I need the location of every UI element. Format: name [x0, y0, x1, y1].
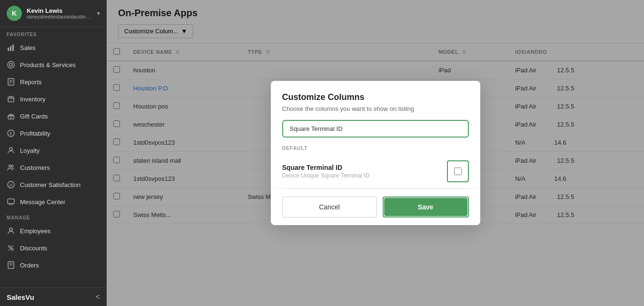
column-item-description: Device Unique Square Terminal ID	[282, 172, 447, 179]
sidebar-item-label: Loyalty	[20, 147, 40, 154]
sidebar-item-label: Orders	[20, 262, 39, 269]
svg-point-23	[9, 246, 10, 247]
svg-point-22	[10, 228, 12, 231]
save-button[interactable]: Save	[384, 198, 467, 216]
sidebar-item-label: Sales	[20, 44, 36, 51]
sidebar-item-label: Customer Satisfaction	[20, 181, 80, 188]
sidebar: K Kevin Lewis raineystreetrestaurantaust…	[0, 0, 107, 306]
svg-point-4	[10, 63, 12, 66]
sidebar-item-loyalty[interactable]: Loyalty	[0, 142, 107, 159]
user-menu-chevron: ▾	[97, 10, 100, 17]
sidebar-item-customers[interactable]: Customers	[0, 159, 107, 176]
sidebar-item-label: Customers	[20, 164, 50, 171]
search-wrapper	[282, 120, 469, 138]
main-content: On-Premise Apps Customize Colum... ▼ DEV…	[107, 0, 644, 306]
sidebar-item-label: Products & Services	[20, 61, 76, 69]
column-item-name: Square Terminal ID	[282, 164, 447, 171]
column-checkbox-wrapper[interactable]	[447, 160, 469, 182]
message-icon	[7, 197, 15, 206]
sidebar-item-sales[interactable]: Sales	[0, 39, 107, 56]
chart-icon	[7, 43, 15, 52]
tag-icon	[7, 60, 15, 69]
box-icon	[7, 95, 15, 103]
modal-overlay: Customize Columns Choose the columns you…	[107, 0, 644, 306]
user-name: Kevin Lewis	[27, 7, 92, 14]
sidebar-item-label: Reports	[20, 79, 42, 86]
sidebar-item-inventory[interactable]: Inventory	[0, 90, 107, 108]
svg-point-24	[11, 248, 13, 250]
svg-rect-21	[8, 199, 14, 204]
favorites-section-label: FAVORITES	[0, 27, 107, 39]
customers-icon	[7, 163, 15, 172]
report-icon	[7, 78, 15, 86]
svg-point-19	[10, 184, 10, 185]
customize-columns-modal: Customize Columns Choose the columns you…	[271, 81, 480, 225]
sidebar-item-customer-satisfaction[interactable]: Customer Satisfaction	[0, 176, 107, 193]
svg-point-15	[10, 148, 12, 150]
cancel-button[interactable]: Cancel	[282, 197, 377, 217]
column-toggle-checkbox[interactable]	[454, 168, 462, 175]
svg-rect-2	[12, 45, 14, 51]
sidebar-item-discounts[interactable]: Discounts	[0, 239, 107, 257]
user-profile[interactable]: K Kevin Lewis raineystreetrestaurantaust…	[0, 0, 107, 27]
svg-rect-0	[8, 48, 9, 51]
discounts-icon	[7, 244, 15, 252]
svg-point-20	[11, 184, 12, 185]
svg-point-17	[11, 165, 13, 167]
sidebar-item-products[interactable]: Products & Services	[0, 56, 107, 73]
sidebar-item-label: Employees	[20, 227, 50, 235]
employees-icon	[7, 227, 15, 235]
sidebar-item-label: Message Center	[20, 198, 65, 206]
manage-section-label: MANAGE	[0, 210, 107, 222]
sidebar-item-orders[interactable]: Orders	[0, 257, 107, 274]
gift-icon	[7, 112, 15, 120]
column-search-input[interactable]	[282, 120, 469, 138]
svg-point-16	[9, 165, 11, 168]
modal-subtitle: Choose the columns you want to show on l…	[282, 105, 469, 112]
orders-icon	[7, 261, 15, 269]
sidebar-item-label: Profitability	[20, 130, 50, 137]
modal-body: Customize Columns Choose the columns you…	[271, 81, 480, 188]
svg-point-3	[8, 61, 14, 68]
loyalty-icon	[7, 146, 15, 155]
sidebar-item-label: Discounts	[20, 245, 47, 252]
svg-point-18	[8, 181, 14, 188]
modal-footer: Cancel Save	[271, 188, 480, 225]
column-item-info: Square Terminal ID Device Unique Square …	[282, 164, 447, 179]
sidebar-item-reports[interactable]: Reports	[0, 73, 107, 90]
user-info: Kevin Lewis raineystreetrestaurantaustin…	[27, 7, 92, 20]
svg-line-25	[9, 246, 13, 250]
sidebar-item-profitability[interactable]: $ Profitability	[0, 125, 107, 142]
sidebar-item-employees[interactable]: Employees	[0, 222, 107, 239]
save-button-wrapper: Save	[383, 197, 469, 217]
sidebar-item-label: Gift Cards	[20, 113, 48, 120]
svg-rect-1	[10, 46, 11, 51]
profit-icon: $	[7, 129, 15, 138]
sidebar-bottom: SalesVu <	[0, 287, 107, 306]
satisfaction-icon	[7, 180, 15, 189]
sidebar-collapse-button[interactable]: <	[96, 293, 100, 301]
default-section-label: DEFAULT	[282, 145, 469, 151]
sidebar-item-label: Inventory	[20, 96, 45, 103]
svg-rect-9	[8, 97, 14, 102]
sidebar-item-message-center[interactable]: Message Center	[0, 193, 107, 210]
svg-text:$: $	[10, 131, 12, 136]
avatar: K	[7, 6, 22, 21]
user-email: raineystreetrestaurantaustin@...	[27, 14, 92, 20]
modal-title: Customize Columns	[282, 92, 469, 102]
sidebar-item-giftcards[interactable]: Gift Cards	[0, 108, 107, 125]
column-item-square-terminal-id: Square Terminal ID Device Unique Square …	[282, 155, 469, 188]
salesvu-logo: SalesVu	[7, 293, 34, 301]
